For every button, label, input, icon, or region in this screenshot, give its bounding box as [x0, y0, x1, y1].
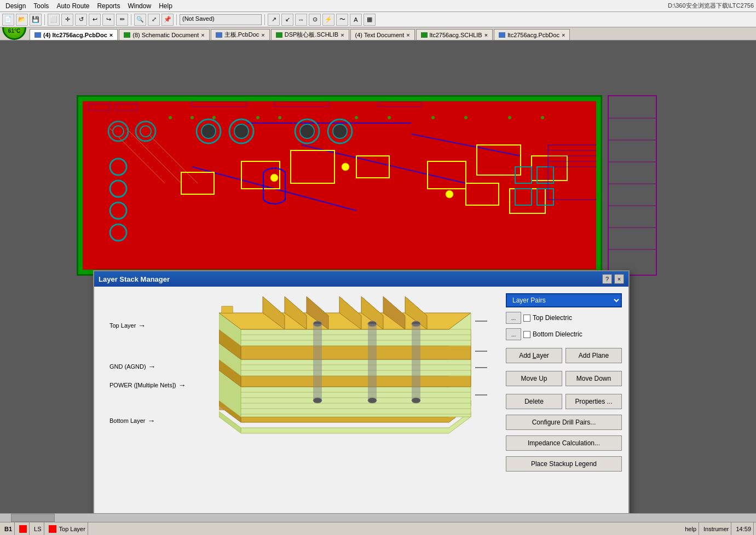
tab-schlib[interactable]: DSP核心板.SCHLIB ×	[271, 29, 349, 40]
status-pcb-btn[interactable]: B1	[2, 522, 15, 535]
toolbar-zoom[interactable]: 🔍	[134, 14, 146, 26]
tab-pcb3[interactable]: ltc2756acg.PcbDoc ×	[494, 29, 570, 40]
svg-rect-26	[466, 183, 499, 205]
menu-design[interactable]: Design	[2, 1, 29, 11]
bottom-dielectric-label[interactable]: Bottom Dielectric	[523, 330, 582, 338]
tab-text[interactable]: (4) Text Document ×	[350, 29, 415, 40]
move-down-btn[interactable]: Move Down	[565, 371, 622, 386]
tab-close-4[interactable]: ×	[341, 32, 344, 38]
svg-point-37	[355, 116, 358, 119]
svg-rect-21	[291, 150, 334, 183]
tab-label-4: DSP核心板.SCHLIB	[285, 31, 338, 39]
toolbar-pencil[interactable]: ✏	[116, 14, 128, 26]
svg-point-40	[464, 116, 468, 119]
red-layer-color	[19, 525, 27, 533]
toolbar-text[interactable]: A	[350, 14, 362, 26]
move-buttons-row: Move Up Move Down	[506, 371, 622, 386]
tab-pcb2[interactable]: 主板.PcbDoc ×	[211, 29, 270, 40]
svg-point-12	[201, 124, 216, 138]
layer-color-box	[49, 525, 56, 533]
top-dielectric-checkbox[interactable]	[523, 315, 530, 322]
configure-drill-btn[interactable]: Configure Drill Pairs...	[506, 415, 622, 430]
top-dielectric-label[interactable]: Top Dielectric	[523, 314, 572, 322]
toolbar-new[interactable]: 📄	[2, 14, 14, 26]
toolbar-save[interactable]: 💾	[30, 14, 42, 26]
toolbar-route3[interactable]: ↔	[295, 14, 307, 26]
add-layer-btn[interactable]: Add Layer	[506, 348, 562, 363]
menu-window[interactable]: Window	[124, 1, 154, 11]
menu-reports[interactable]: Reports	[94, 1, 123, 11]
tab-schlib2[interactable]: ltc2756acg.SCHLIB ×	[416, 29, 493, 40]
menu-help[interactable]: Help	[155, 1, 176, 11]
svg-point-32	[169, 116, 172, 119]
toolbar-route2[interactable]: ↙	[281, 14, 293, 26]
svg-rect-23	[428, 161, 466, 189]
ls-label: LS	[34, 526, 41, 532]
toolbar-undo[interactable]: ↩	[89, 14, 101, 26]
bottom-layer-text: Bottom Layer	[109, 417, 145, 424]
tab-close-6[interactable]: ×	[484, 32, 488, 38]
pcb-icon-3	[499, 32, 505, 38]
toolbar-rotate[interactable]: ↺	[75, 14, 87, 26]
path-display: D:\360安全浏览器下载\LTC2756	[668, 2, 754, 10]
bottom-dielectric-checkbox[interactable]	[523, 331, 530, 338]
right-panel: Layer Pairs ... Top Dielectric ...	[504, 291, 624, 517]
h-scrollbar[interactable]	[0, 513, 756, 522]
tab-label-2: (8) Schematic Document	[132, 32, 199, 38]
tab-close-5[interactable]: ×	[406, 32, 409, 38]
toolbar-select[interactable]: ⬜	[48, 14, 60, 26]
top-layer-arrow: →	[138, 321, 146, 330]
svg-point-44	[342, 163, 349, 171]
menu-tools[interactable]: Tools	[30, 1, 52, 11]
toolbar-redo[interactable]: ↪	[102, 14, 114, 26]
tab-close-2[interactable]: ×	[201, 32, 204, 38]
layer-pairs-dropdown[interactable]: Layer Pairs	[506, 293, 622, 307]
toolbar-route1[interactable]: ↗	[268, 14, 280, 26]
toolbar-open[interactable]: 📂	[16, 14, 28, 26]
dialog-help-btn[interactable]: ?	[602, 274, 612, 284]
toolbar-cross[interactable]: ✛	[61, 14, 73, 26]
tab-pcb1[interactable]: (4) ltc2756acg.PcbDoc ×	[30, 29, 118, 40]
svg-point-94	[412, 398, 420, 403]
place-stackup-label: Place Stackup Legend	[531, 460, 597, 468]
toolbar-via[interactable]: ⊙	[309, 14, 321, 26]
menu-bar: Design Tools Auto Route Reports Window H…	[0, 0, 756, 12]
status-red-box	[17, 522, 30, 535]
svg-line-6	[143, 129, 198, 183]
toolbar-rect[interactable]: ▦	[363, 14, 376, 26]
toolbar-pin[interactable]: 📌	[161, 14, 174, 26]
place-stackup-btn[interactable]: Place Stackup Legend	[506, 456, 622, 472]
toolbar-drc[interactable]: ⚡	[322, 14, 334, 26]
tab-close-7[interactable]: ×	[562, 32, 565, 38]
tab-close-3[interactable]: ×	[261, 32, 264, 38]
sep2	[131, 14, 131, 25]
tab-bar: 9% 61°C (4) ltc2756acg.PcbDoc × (8) Sche…	[0, 27, 756, 40]
toolbar: 📄 📂 💾 ⬜ ✛ ↺ ↩ ↪ ✏ 🔍 ⤢ 📌 (Not Saved) ↗ ↙ …	[0, 12, 756, 27]
temp-celsius: 61°C	[8, 28, 20, 34]
temperature-indicator: 9% 61°C	[2, 27, 26, 40]
move-up-btn[interactable]: Move Up	[506, 371, 562, 386]
pcb-icon-1	[34, 32, 41, 38]
delete-btn[interactable]: Delete	[506, 394, 562, 409]
dialog-content: Top Layer → GND (AGND) → POWER ([Multipl…	[94, 287, 628, 522]
h-scrollbar-thumb[interactable]	[11, 514, 55, 522]
svg-point-45	[446, 190, 453, 198]
svg-point-91	[368, 398, 377, 403]
properties-btn[interactable]: Properties ...	[565, 394, 622, 409]
svg-point-16	[300, 124, 314, 138]
top-dielectric-btn[interactable]: ...	[506, 312, 521, 324]
canvas-area[interactable]: Layer Stack Manager ? × Top Layer	[0, 40, 756, 535]
dialog-close-btn[interactable]: ×	[614, 274, 624, 284]
toolbar-wave[interactable]: 〜	[336, 14, 348, 26]
toolbar-fit[interactable]: ⤢	[148, 14, 160, 26]
impedance-calc-btn[interactable]: Impedance Calculation...	[506, 435, 622, 451]
menu-autoroute[interactable]: Auto Route	[53, 1, 93, 11]
bottom-dielectric-btn[interactable]: ...	[506, 328, 521, 340]
svg-point-8	[113, 126, 124, 137]
tab-close-1[interactable]: ×	[109, 32, 113, 38]
tab-schematic[interactable]: (8) Schematic Document ×	[119, 29, 209, 40]
not-saved-field[interactable]: (Not Saved)	[180, 14, 262, 25]
svg-point-33	[191, 116, 194, 119]
add-plane-btn[interactable]: Add Plane	[565, 348, 622, 363]
power-layer-text: POWER ([Multiple Nets])	[109, 382, 176, 388]
